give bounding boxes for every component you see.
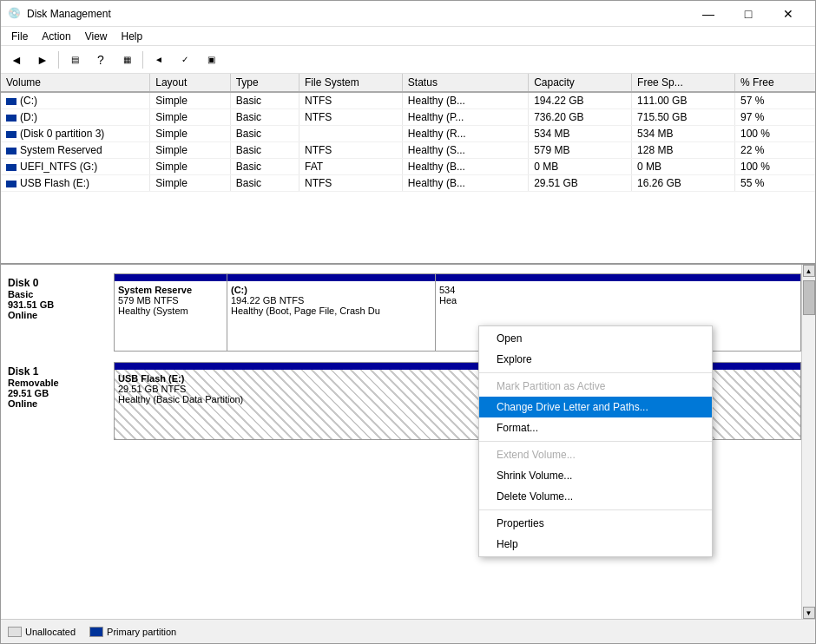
col-pct[interactable]: % Free xyxy=(734,74,815,92)
disk1-size: 29.51 GB xyxy=(8,388,107,398)
toolbar-btn-6[interactable]: ▣ xyxy=(199,49,223,71)
volume-table: Volume Layout Type File System Status Ca… xyxy=(1,74,815,192)
toolbar-btn-3[interactable]: ▦ xyxy=(115,49,139,71)
toolbar-btn-1[interactable]: ▤ xyxy=(63,49,87,71)
toolbar-forward[interactable]: ► xyxy=(30,49,55,71)
disk1-status: Online xyxy=(8,398,107,409)
toolbar-btn-2[interactable]: ? xyxy=(89,49,113,71)
disk1-type: Removable xyxy=(8,378,107,388)
context-menu-item-9[interactable]: Help xyxy=(479,534,712,555)
cell-layout: Simple xyxy=(150,142,230,159)
cell-fs: NTFS xyxy=(299,175,402,192)
disk0-part1-size: 194.22 GB NTFS xyxy=(231,295,431,306)
disk0-part2-status: Hea xyxy=(439,295,797,306)
cell-capacity: 194.22 GB xyxy=(529,92,632,109)
cell-fs: NTFS xyxy=(299,142,402,159)
cell-fs: NTFS xyxy=(299,92,402,109)
disk0-part1-bar xyxy=(227,274,435,281)
cell-type: Basic xyxy=(230,175,299,192)
disk0-part0[interactable]: System Reserve 579 MB NTFS Healthy (Syst… xyxy=(115,274,227,351)
context-menu-item-3[interactable]: Change Drive Letter and Paths... xyxy=(479,397,712,417)
cell-type: Basic xyxy=(230,126,299,142)
table-row[interactable]: (D:) Simple Basic NTFS Healthy (P... 736… xyxy=(1,109,815,126)
col-status[interactable]: Status xyxy=(402,74,528,92)
menu-file[interactable]: File xyxy=(4,29,35,44)
cell-pct: 100 % xyxy=(734,159,815,175)
cell-free: 128 MB xyxy=(632,142,735,159)
disk0-part1-status: Healthy (Boot, Page File, Crash Du xyxy=(231,306,431,316)
status-bar: Unallocated Primary partition xyxy=(1,619,815,643)
context-menu-item-6[interactable]: Shrink Volume... xyxy=(479,465,712,486)
toolbar-btn-4[interactable]: ◄ xyxy=(147,49,171,71)
cell-volume: (C:) xyxy=(1,92,150,109)
table-row[interactable]: USB Flash (E:) Simple Basic NTFS Healthy… xyxy=(1,175,815,192)
cell-pct: 22 % xyxy=(734,142,815,159)
col-volume[interactable]: Volume xyxy=(1,74,150,92)
toolbar-sep-2 xyxy=(142,51,143,69)
disk0-label: Disk 0 Basic 931.51 GB Online xyxy=(1,273,114,352)
disk0-part0-size: 579 MB NTFS xyxy=(118,295,223,306)
legend-unallocated: Unallocated xyxy=(8,627,76,637)
disk0-type: Basic xyxy=(8,289,107,299)
cell-free: 534 MB xyxy=(632,126,735,142)
minimize-button[interactable]: — xyxy=(688,1,728,27)
cell-type: Basic xyxy=(230,109,299,126)
scroll-up[interactable]: ▲ xyxy=(803,265,815,277)
cell-status: Healthy (S... xyxy=(402,142,528,159)
disk1-label: Disk 1 Removable 29.51 GB Online xyxy=(1,362,114,440)
cell-pct: 97 % xyxy=(734,109,815,126)
close-button[interactable]: ✕ xyxy=(768,1,808,27)
legend-unallocated-label: Unallocated xyxy=(25,627,76,637)
toolbar-sep-1 xyxy=(58,51,59,69)
menu-help[interactable]: Help xyxy=(115,29,150,44)
col-free[interactable]: Free Sp... xyxy=(632,74,735,92)
context-menu: OpenExploreMark Partition as ActiveChang… xyxy=(478,325,713,557)
cell-fs xyxy=(299,126,402,142)
menu-view[interactable]: View xyxy=(78,29,115,44)
table-row[interactable]: (C:) Simple Basic NTFS Healthy (B... 194… xyxy=(1,92,815,109)
context-menu-item-4[interactable]: Format... xyxy=(479,417,712,438)
context-menu-item-0[interactable]: Open xyxy=(479,328,712,349)
cell-pct: 100 % xyxy=(734,126,815,142)
disk0-part2-size: 534 xyxy=(439,285,797,295)
cell-status: Healthy (R... xyxy=(402,126,528,142)
toolbar-back[interactable]: ◄ xyxy=(4,49,29,71)
disk0-status: Online xyxy=(8,310,107,320)
scrollbar[interactable]: ▲ ▼ xyxy=(801,265,815,619)
legend-unallocated-box xyxy=(8,627,22,637)
legend-primary-box xyxy=(89,627,103,637)
toolbar-btn-5[interactable]: ✓ xyxy=(173,49,197,71)
cell-status: Healthy (P... xyxy=(402,109,528,126)
cell-free: 715.50 GB xyxy=(632,109,735,126)
cell-status: Healthy (B... xyxy=(402,159,528,175)
col-fs[interactable]: File System xyxy=(299,74,402,92)
col-capacity[interactable]: Capacity xyxy=(529,74,632,92)
context-menu-separator xyxy=(479,372,712,373)
cell-volume: (Disk 0 partition 3) xyxy=(1,126,150,142)
context-menu-item-1[interactable]: Explore xyxy=(479,349,712,370)
table-header-row: Volume Layout Type File System Status Ca… xyxy=(1,74,815,92)
main-content: Volume Layout Type File System Status Ca… xyxy=(1,74,815,643)
disk0-part1[interactable]: (C:) 194.22 GB NTFS Healthy (Boot, Page … xyxy=(227,274,436,351)
context-menu-item-8[interactable]: Properties xyxy=(479,513,712,534)
menu-bar: File Action View Help xyxy=(1,27,815,46)
disk0-size: 931.51 GB xyxy=(8,299,107,310)
col-layout[interactable]: Layout xyxy=(150,74,230,92)
disk0-name: Disk 0 xyxy=(8,277,107,289)
cell-fs: NTFS xyxy=(299,109,402,126)
legend-primary: Primary partition xyxy=(89,627,176,637)
cell-layout: Simple xyxy=(150,92,230,109)
cell-type: Basic xyxy=(230,159,299,175)
col-type[interactable]: Type xyxy=(230,74,299,92)
menu-action[interactable]: Action xyxy=(35,29,77,44)
table-row[interactable]: UEFI_NTFS (G:) Simple Basic FAT Healthy … xyxy=(1,159,815,175)
scroll-down[interactable]: ▼ xyxy=(803,607,815,619)
table-row[interactable]: System Reserved Simple Basic NTFS Health… xyxy=(1,142,815,159)
cell-capacity: 736.20 GB xyxy=(529,109,632,126)
maximize-button[interactable]: □ xyxy=(728,1,768,27)
cell-type: Basic xyxy=(230,92,299,109)
table-row[interactable]: (Disk 0 partition 3) Simple Basic Health… xyxy=(1,126,815,142)
scroll-thumb[interactable] xyxy=(803,280,815,315)
context-menu-item-7[interactable]: Delete Volume... xyxy=(479,486,712,507)
cell-volume: USB Flash (E:) xyxy=(1,175,150,192)
